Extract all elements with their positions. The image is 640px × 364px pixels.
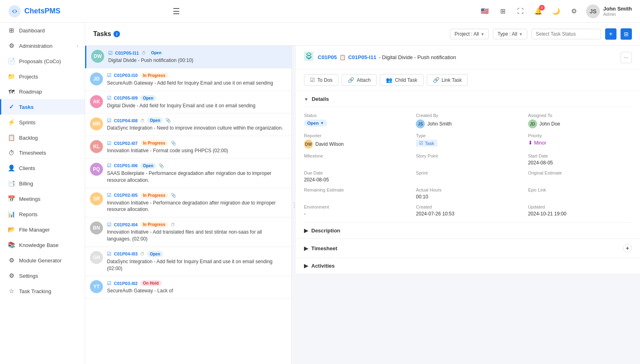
settings-nav-icon: ⚙ — [8, 272, 15, 279]
dashboard-icon: ⊞ — [8, 27, 15, 34]
sidebar-label-knowledgebase: Knowledge Base — [19, 242, 59, 248]
attach-button[interactable]: 🔗 Attach — [342, 74, 377, 86]
apps-icon[interactable]: ⊞ — [497, 6, 508, 17]
status-label: Status — [304, 113, 408, 118]
sidebar-label-modulegenerator: Module Generator — [19, 258, 62, 264]
sidebar-item-timesheets[interactable]: ⏱ Timesheets — [0, 145, 85, 160]
link-task-button[interactable]: 🔗 Link Task — [427, 74, 468, 86]
sidebar-item-modulegenerator[interactable]: ⚙ Module Generator — [0, 253, 85, 268]
sidebar-item-knowledgebase[interactable]: 📚 Knowledge Base — [0, 237, 85, 253]
task-item[interactable]: BN ☑ C01P02-I04 In Progress ⏱ Innovation… — [85, 217, 291, 247]
flag-icon[interactable]: 🇺🇸 — [479, 6, 490, 17]
panel-resize-handle[interactable]: ⋮ — [292, 46, 296, 364]
sidebar-item-dashboard[interactable]: ⊞ Dashboard — [0, 23, 85, 38]
description-section-toggle[interactable]: ▶ Description — [296, 223, 640, 238]
sidebar-item-tasks[interactable]: ✓ Tasks — [0, 99, 85, 115]
task-id: C01P02-I05 — [114, 193, 138, 198]
todos-button[interactable]: ☑ To Dos — [304, 74, 338, 86]
details-section-label: Details — [312, 96, 329, 102]
user-avatar: JS — [586, 4, 600, 18]
status-badge: In Progress — [140, 221, 168, 228]
field-assigned-to: Assigned To JD John Doe — [528, 113, 632, 128]
task-item[interactable]: DW ☑ C01P05-I11 ⏱ Open Digital Divide - … — [85, 46, 291, 68]
details-grid: Status Open ▼ Created By JS — [304, 107, 632, 223]
task-type-icon: ☑ — [107, 72, 111, 78]
sidebar-item-filemanager[interactable]: 📂 File Manager — [0, 222, 85, 237]
status-badge: In Progress — [140, 140, 168, 146]
task-id: C01P05-I09 — [114, 96, 138, 100]
due-date-label: Due Date — [304, 170, 408, 175]
status-filter-input[interactable] — [531, 29, 601, 39]
user-profile[interactable]: JS John Smith Admin — [586, 4, 632, 18]
project-filter-btn[interactable]: Project : All ▼ — [450, 29, 489, 39]
task-item[interactable]: GH ☑ C01P04-I03 ⏱ Open DataSync Integrat… — [85, 247, 291, 277]
sidebar-item-roadmap[interactable]: 🗺 Roadmap — [0, 84, 85, 99]
sidebar-item-proposals[interactable]: 📄 Proposals (CoCo) — [0, 53, 85, 69]
sidebar-item-backlog[interactable]: 📋 Backlog — [0, 130, 85, 145]
project-filter-arrow: ▼ — [480, 32, 484, 36]
status-text: Open — [307, 121, 319, 126]
sidebar-label-proposals: Proposals (CoCo) — [19, 58, 61, 64]
task-item[interactable]: MR ☑ C01P04-I08 ⏱ Open 📎 DataSync Integr… — [85, 113, 291, 136]
task-meta: ☑ C01P03-I10 In Progress — [107, 72, 287, 79]
avatar: PQ — [90, 163, 103, 176]
status-badge: Open — [147, 251, 163, 257]
task-id: C01P04-I08 — [114, 118, 138, 123]
fullscreen-icon[interactable]: ⛶ — [515, 6, 526, 17]
grid-view-button[interactable]: ⊞ — [621, 28, 632, 40]
environment-value: - — [304, 211, 408, 217]
sidebar-item-settings[interactable]: ⚙ Settings — [0, 268, 85, 283]
add-timesheet-button[interactable]: + — [623, 244, 632, 253]
task-meta: ☑ C01P01-I06 Open 📎 — [107, 163, 287, 169]
task-id: C01P04-I03 — [114, 251, 138, 256]
sidebar-item-reports[interactable]: 📊 Reports — [0, 206, 85, 222]
created-by-avatar: JS — [416, 119, 425, 128]
notification-icon[interactable]: 🔔 0 — [533, 6, 544, 17]
task-item[interactable]: KL ☑ C01P02-I07 In Progress 📎 Innovation… — [85, 136, 291, 159]
sidebar-item-projects[interactable]: 📁 Projects — [0, 69, 85, 84]
darkmode-icon[interactable]: 🌙 — [550, 6, 562, 17]
task-item[interactable]: YT ☑ C01P03-I02 On Hold SecureAuth Gatew… — [85, 276, 291, 299]
task-item[interactable]: AK ☑ C01P05-I09 Open Digital Divide - Ad… — [85, 91, 291, 114]
settings-icon[interactable]: ⚙ — [568, 6, 580, 17]
add-task-button[interactable]: + — [605, 28, 616, 40]
sidebar-item-tasktracking[interactable]: ☆ Task Tracking — [0, 283, 85, 299]
status-badge-open[interactable]: Open ▼ — [304, 119, 327, 127]
task-content: ☑ C01P01-I06 Open 📎 SAAS Boilerplate - P… — [107, 163, 287, 184]
info-icon[interactable]: i — [113, 31, 120, 37]
details-section-toggle[interactable]: ▼ Details — [304, 91, 632, 107]
sidebar-item-meetings[interactable]: 📅 Meetings — [0, 191, 85, 206]
type-filter-btn[interactable]: Type : All ▼ — [493, 29, 527, 39]
task-meta: ☑ C01P04-I03 ⏱ Open — [107, 251, 287, 257]
hamburger-icon[interactable]: ☰ — [173, 6, 180, 16]
child-task-button[interactable]: 👥 Child Task — [380, 74, 423, 86]
field-sprint: Sprint — [416, 170, 520, 183]
task-type-icon: ☑ — [107, 163, 111, 168]
timesheet-section-toggle[interactable]: ▶ Timesheet + — [296, 239, 640, 258]
task-type-icon: ☑ — [107, 251, 111, 257]
avatar: KL — [90, 140, 103, 153]
task-item[interactable]: JD ☑ C01P03-I10 In Progress SecureAuth G… — [85, 68, 291, 91]
start-date-label: Start Date — [528, 153, 632, 158]
avatar: MR — [90, 117, 103, 130]
task-item[interactable]: SR ☑ C01P02-I05 In Progress 📎 Innovation… — [85, 188, 291, 218]
task-item[interactable]: PQ ☑ C01P01-I06 Open 📎 SAAS Boilerplate … — [85, 159, 291, 188]
attach-label: Attach — [357, 77, 370, 83]
task-meta: ☑ C01P02-I04 In Progress ⏱ — [107, 221, 287, 228]
activities-section-toggle[interactable]: ▶ Activities — [296, 258, 640, 274]
created-by-label: Created By — [416, 113, 520, 118]
field-start-date: Start Date 2024-08-05 — [528, 153, 632, 166]
svg-point-1 — [13, 10, 16, 13]
status-badge: Open — [140, 95, 156, 101]
sidebar: ⊞ Dashboard ⚙ Administration › 📄 Proposa… — [0, 23, 85, 364]
sidebar-item-sprints[interactable]: ⚡ Sprints — [0, 115, 85, 130]
task-description: Digital Divide - Push notification (00:1… — [108, 57, 287, 64]
page-title: Tasks i — [93, 30, 120, 38]
task-description: SecureAuth Gateway - Add field for Inqui… — [107, 80, 287, 87]
more-options-button[interactable]: ··· — [621, 52, 632, 63]
sidebar-item-clients[interactable]: 👤 Clients — [0, 160, 85, 176]
task-type-icon: ☑ — [107, 281, 111, 286]
type-icon: ☑ — [419, 140, 423, 146]
sidebar-item-administration[interactable]: ⚙ Administration › — [0, 38, 85, 53]
sidebar-item-billing[interactable]: 📑 Billing — [0, 176, 85, 191]
